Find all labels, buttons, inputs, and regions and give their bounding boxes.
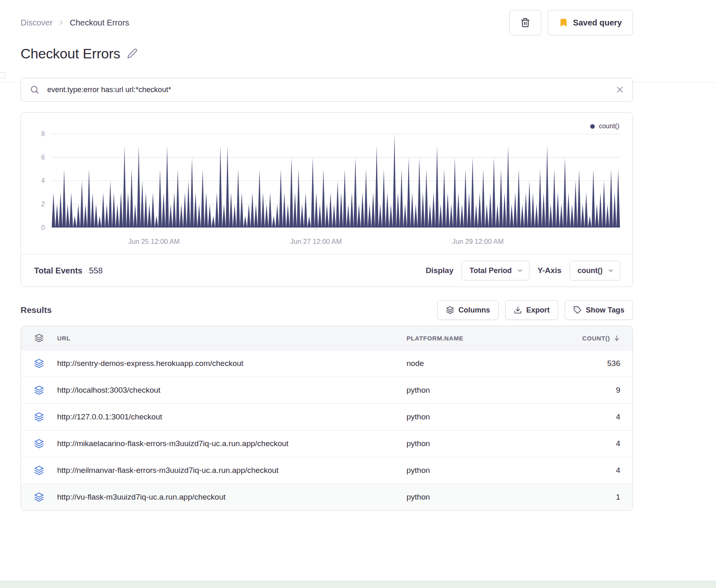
discover-page: Discover Checkout Errors Saved query Che… — [21, 0, 633, 511]
svg-text:2: 2 — [41, 201, 45, 208]
breadcrumb-discover[interactable]: Discover — [21, 18, 53, 28]
trash-icon — [520, 18, 530, 28]
delete-query-button[interactable] — [509, 10, 541, 35]
search-bar — [21, 78, 633, 102]
layers-icon[interactable] — [21, 465, 57, 475]
layers-icon[interactable] — [21, 385, 57, 395]
display-dropdown-value: Total Period — [469, 266, 512, 275]
page-title: Checkout Errors — [21, 46, 120, 62]
cell-count: 4 — [616, 466, 633, 475]
columns-button-label: Columns — [458, 306, 490, 315]
cell-platform: python — [407, 466, 567, 475]
results-buttons: Columns Export Show Tags — [437, 300, 633, 320]
total-events-label: Total Events — [34, 266, 82, 275]
search-input[interactable] — [21, 78, 633, 102]
cell-url[interactable]: http://neilmanvar-flask-errors-m3uuizd7i… — [57, 466, 407, 475]
table-row[interactable]: http://127.0.0.1:3001/checkout python 4 — [21, 403, 633, 430]
chevron-right-icon — [58, 19, 65, 26]
search-icon — [30, 85, 39, 96]
column-header-count[interactable]: COUNT() — [582, 335, 633, 342]
column-header-platform[interactable]: PLATFORM.NAME — [407, 335, 567, 342]
saved-query-label: Saved query — [573, 18, 622, 28]
svg-text:Jun 25 12:00 AM: Jun 25 12:00 AM — [128, 238, 180, 245]
close-icon[interactable] — [615, 85, 625, 96]
events-chart-area: count() 02468Jun 25 12:00 AMJun 27 12:00… — [21, 113, 633, 254]
cell-count: 9 — [616, 386, 633, 395]
display-label: Display — [426, 266, 454, 275]
column-header-count-label: COUNT() — [582, 335, 610, 342]
legend-series-label: count() — [599, 123, 619, 130]
pencil-icon[interactable] — [127, 48, 138, 59]
cell-count: 1 — [616, 493, 633, 502]
export-button-label: Export — [526, 306, 550, 315]
results-heading: Results — [21, 305, 52, 315]
cell-url[interactable]: http://localhost:3003/checkout — [57, 386, 407, 395]
events-chart-panel: count() 02468Jun 25 12:00 AMJun 27 12:00… — [21, 112, 633, 287]
cell-url[interactable]: http://sentry-demos-express.herokuapp.co… — [57, 359, 407, 368]
chevron-down-icon — [607, 267, 614, 274]
bookmark-icon — [559, 18, 568, 27]
layers-icon[interactable] — [21, 439, 57, 449]
page-bottom-strip — [0, 581, 716, 588]
results-header: Results Columns Export Show Tags — [21, 300, 633, 320]
chart-controls: Display Total Period Y-Axis count() — [426, 261, 620, 280]
cell-platform: python — [407, 386, 567, 395]
tag-icon — [573, 306, 582, 314]
display-dropdown[interactable]: Total Period — [462, 261, 529, 280]
table-row[interactable]: http://vu-flask-m3uuizd7iq-uc.a.run.app/… — [21, 484, 633, 510]
cell-platform: node — [407, 359, 567, 368]
results-table: URL PLATFORM.NAME COUNT() http://sentry-… — [21, 326, 633, 511]
table-row[interactable]: http://mikaelacarino-flask-errors-m3uuiz… — [21, 430, 633, 457]
chevron-down-icon — [517, 267, 523, 274]
cell-count: 4 — [616, 439, 633, 448]
svg-text:0: 0 — [41, 224, 45, 231]
svg-text:Jun 29 12:00 AM: Jun 29 12:00 AM — [452, 238, 504, 245]
yaxis-dropdown-value: count() — [577, 266, 603, 275]
show-tags-button[interactable]: Show Tags — [565, 300, 633, 320]
column-header-url[interactable]: URL — [57, 335, 407, 342]
events-chart-svg[interactable]: 02468Jun 25 12:00 AMJun 27 12:00 AMJun 2… — [25, 118, 626, 254]
layers-icon — [446, 306, 454, 314]
table-row[interactable]: http://sentry-demos-express.herokuapp.co… — [21, 350, 633, 377]
total-events-value: 558 — [89, 266, 102, 275]
svg-text:4: 4 — [41, 177, 45, 184]
table-row[interactable]: http://neilmanvar-flask-errors-m3uuizd7i… — [21, 457, 633, 484]
cell-platform: python — [407, 439, 567, 448]
table-header-row: URL PLATFORM.NAME COUNT() — [21, 326, 633, 350]
layers-icon[interactable] — [21, 412, 57, 422]
arrow-down-icon — [613, 335, 620, 342]
legend-series-dot — [590, 124, 595, 129]
layers-icon[interactable] — [21, 359, 57, 368]
cell-platform: python — [407, 412, 567, 421]
cell-count: 536 — [607, 359, 633, 368]
top-actions: Saved query — [509, 10, 633, 35]
cell-platform: python — [407, 493, 567, 502]
saved-query-button[interactable]: Saved query — [548, 10, 633, 35]
breadcrumb-current: Checkout Errors — [70, 18, 129, 28]
svg-text:Jun 27 12:00 AM: Jun 27 12:00 AM — [290, 238, 342, 245]
svg-text:8: 8 — [41, 130, 45, 137]
cell-url[interactable]: http://mikaelacarino-flask-errors-m3uuiz… — [57, 439, 407, 448]
chart-footer: Total Events 558 Display Total Period Y-… — [21, 254, 633, 287]
breadcrumb: Discover Checkout Errors — [21, 18, 129, 28]
chart-legend: count() — [590, 123, 619, 130]
cell-url[interactable]: http://127.0.0.1:3001/checkout — [57, 412, 407, 421]
top-bar: Discover Checkout Errors Saved query — [21, 0, 633, 35]
title-row: Checkout Errors — [21, 43, 633, 64]
cell-count: 4 — [616, 412, 633, 421]
show-tags-button-label: Show Tags — [586, 306, 624, 315]
export-button[interactable]: Export — [505, 300, 558, 320]
cell-url[interactable]: http://vu-flask-m3uuizd7iq-uc.a.run.app/… — [57, 493, 407, 502]
columns-button[interactable]: Columns — [437, 300, 499, 320]
yaxis-label: Y-Axis — [538, 266, 561, 275]
layers-icon[interactable] — [21, 333, 57, 343]
yaxis-dropdown[interactable]: count() — [570, 261, 620, 280]
layers-icon[interactable] — [21, 492, 57, 502]
download-icon — [514, 306, 522, 314]
total-events: Total Events 558 — [34, 266, 103, 275]
window-edge-notch — [0, 72, 6, 78]
svg-text:6: 6 — [41, 154, 45, 161]
table-row[interactable]: http://localhost:3003/checkout python 9 — [21, 377, 633, 403]
